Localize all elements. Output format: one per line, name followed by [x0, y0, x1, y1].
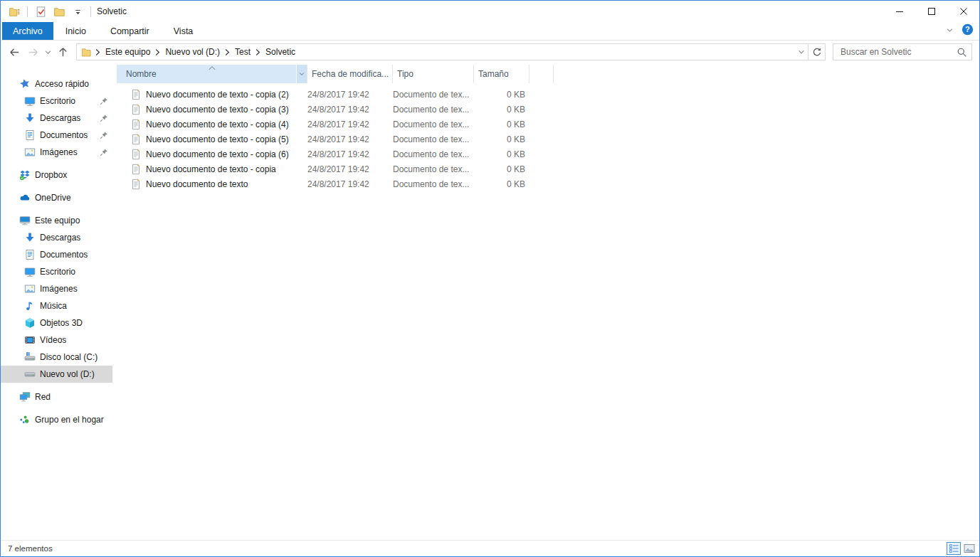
sidebar-item-label: Imágenes [40, 147, 78, 157]
sidebar-item-vídeos[interactable]: Vídeos [1, 331, 112, 349]
ribbon-tabs: ArchivoInicioCompartirVista ? [1, 22, 979, 41]
sidebar-item-objetos-3d[interactable]: Objetos 3D [1, 314, 112, 331]
help-icon[interactable]: ? [961, 23, 974, 38]
thumbnails-view-icon[interactable] [962, 542, 976, 555]
breadcrumb-chevron-icon[interactable] [223, 48, 232, 56]
sidebar-item-label: Escritorio [40, 267, 75, 277]
ribbon-collapse-icon[interactable] [945, 25, 954, 38]
this-pc-icon [19, 215, 31, 226]
file-date: 24/8/2017 19:42 [307, 179, 393, 189]
breadcrumb-item[interactable]: Test [232, 47, 253, 57]
search-input[interactable] [833, 47, 952, 57]
up-button[interactable] [53, 43, 72, 61]
sidebar-item-label: Red [35, 392, 51, 402]
check-document-icon[interactable] [33, 4, 48, 18]
file-row[interactable]: Nuevo documento de texto - copia (3)24/8… [117, 102, 979, 117]
pin-icon [100, 97, 108, 105]
sidebar-item-música[interactable]: Música [1, 297, 112, 314]
sidebar-group: Acceso rápidoEscritorioDescargasDocument… [1, 75, 112, 161]
file-list-pane: Nombre Fecha de modifica... Tipo Tamaño … [112, 63, 979, 540]
filter-dropdown-icon[interactable] [296, 65, 307, 83]
local-disk-icon [24, 351, 36, 363]
homegroup-icon [19, 414, 31, 425]
back-button[interactable] [5, 43, 23, 61]
sidebar-item-dropbox[interactable]: Dropbox [1, 166, 112, 184]
sidebar-group: Dropbox [1, 166, 112, 184]
sidebar-item-label: Imágenes [40, 284, 78, 294]
file-type: Documento de tex... [393, 105, 474, 115]
column-header-nombre[interactable]: Nombre [117, 65, 307, 83]
sidebar-item-grupo-en-el-hogar[interactable]: Grupo en el hogar [1, 411, 112, 428]
text-file-icon [130, 119, 142, 130]
explorer-window: Solvetic ArchivoInicioCompartirVista ? E… [0, 0, 980, 557]
sidebar-group: Grupo en el hogar [1, 411, 112, 428]
breadcrumb-chevron-icon[interactable] [253, 48, 263, 56]
file-name: Nuevo documento de texto - copia (6) [146, 149, 289, 159]
file-name: Nuevo documento de texto - copia (3) [146, 105, 289, 115]
sidebar-item-red[interactable]: Red [1, 388, 112, 405]
sidebar-item-label: OneDrive [35, 193, 71, 203]
close-button[interactable] [947, 1, 979, 22]
column-header-tipo[interactable]: Tipo [393, 65, 474, 83]
refresh-icon[interactable] [808, 44, 825, 60]
file-row[interactable]: Nuevo documento de texto - copia (4)24/8… [117, 117, 979, 132]
tab-compartir[interactable]: Compartir [98, 22, 162, 40]
toolbar-divider [90, 6, 91, 17]
maximize-button[interactable] [915, 1, 947, 22]
column-header-tamano[interactable]: Tamaño [474, 65, 529, 83]
sidebar-group: Red [1, 388, 112, 405]
dropbox-icon [19, 169, 31, 181]
sidebar-item-disco-local-c-[interactable]: Disco local (C:) [1, 349, 112, 366]
breadcrumb-item[interactable]: Este equipo [102, 47, 153, 57]
text-file-icon [130, 164, 142, 175]
sidebar-item-este-equipo[interactable]: Este equipo [1, 212, 112, 229]
chevron-down-icon[interactable] [795, 48, 808, 56]
minimize-button[interactable] [883, 1, 915, 22]
tab-inicio[interactable]: Inicio [53, 22, 98, 40]
file-size: 0 KB [474, 164, 529, 174]
new-folder-icon[interactable] [52, 4, 66, 18]
sidebar-item-imágenes[interactable]: Imágenes [1, 144, 112, 161]
sidebar-item-escritorio[interactable]: Escritorio [1, 92, 112, 110]
drive-icon [24, 368, 36, 380]
sidebar-item-label: Dropbox [35, 170, 67, 180]
breadcrumb-item[interactable]: Solvetic [263, 47, 298, 57]
file-row[interactable]: Nuevo documento de texto - copia24/8/201… [117, 161, 979, 176]
window-controls [883, 1, 979, 22]
column-header-fecha[interactable]: Fecha de modifica... [307, 65, 393, 83]
address-bar[interactable]: Este equipoNuevo vol (D:)TestSolvetic [77, 44, 808, 60]
sidebar-item-descargas[interactable]: Descargas [1, 110, 112, 127]
file-size: 0 KB [474, 149, 529, 159]
recent-locations-icon[interactable] [42, 43, 53, 61]
sidebar-item-label: Escritorio [40, 96, 75, 106]
breadcrumb-chevron-icon[interactable] [153, 48, 162, 56]
music-icon [24, 300, 36, 312]
main-area: Acceso rápidoEscritorioDescargasDocument… [1, 63, 979, 540]
sidebar-item-documentos[interactable]: Documentos [1, 246, 112, 263]
sidebar-item-descargas[interactable]: Descargas [1, 229, 112, 246]
file-row[interactable]: Nuevo documento de texto - copia (2)24/8… [117, 87, 979, 102]
documents-icon [24, 249, 36, 260]
file-row[interactable]: Nuevo documento de texto24/8/2017 19:42D… [117, 176, 979, 191]
search-icon[interactable] [952, 47, 971, 58]
sidebar-item-documentos[interactable]: Documentos [1, 127, 112, 144]
customize-toolbar-icon[interactable] [70, 4, 85, 18]
forward-button[interactable] [23, 43, 42, 61]
sidebar-item-acceso-rápido[interactable]: Acceso rápido [1, 75, 112, 92]
sidebar-item-nuevo-vol-d-[interactable]: Nuevo vol (D:) [1, 366, 112, 383]
file-row[interactable]: Nuevo documento de texto - copia (5)24/8… [117, 132, 979, 147]
tab-vista[interactable]: Vista [162, 22, 206, 40]
pin-icon [100, 148, 108, 157]
breadcrumb-item[interactable]: Nuevo vol (D:) [162, 47, 223, 57]
sidebar-item-onedrive[interactable]: OneDrive [1, 189, 112, 206]
details-view-icon[interactable] [947, 542, 961, 555]
breadcrumb-chevron-icon[interactable] [93, 48, 102, 56]
tab-archivo[interactable]: Archivo [2, 22, 53, 40]
sidebar-group: OneDrive [1, 189, 112, 206]
sidebar-item-imágenes[interactable]: Imágenes [1, 280, 112, 297]
file-type: Documento de tex... [393, 149, 474, 159]
sidebar-item-escritorio[interactable]: Escritorio [1, 263, 112, 280]
folder-properties-icon[interactable] [7, 4, 21, 18]
file-row[interactable]: Nuevo documento de texto - copia (6)24/8… [117, 147, 979, 161]
search-box [833, 43, 972, 60]
